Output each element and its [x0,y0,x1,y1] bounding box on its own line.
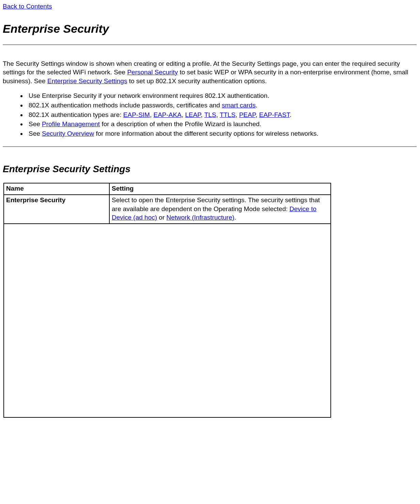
list-item: See Profile Management for a description… [27,120,417,129]
feature-list: Use Enterprise Security if your network … [3,91,417,138]
table-row [4,224,331,417]
intro-paragraph: The Security Settings window is shown wh… [3,59,417,86]
sep: , [216,111,220,118]
eap-aka-link[interactable]: EAP-AKA [154,111,182,118]
setting-name-cell: Enterprise Security [4,195,109,224]
sep: , [235,111,239,118]
divider-top [3,44,417,45]
setting-text: Select to open the Enterprise Security s… [112,196,320,212]
intro-text-3: to set up 802.1X security authentication… [127,77,267,85]
bullet-text: See [29,120,42,128]
leap-link[interactable]: LEAP [185,111,201,118]
eap-sim-link[interactable]: EAP-SIM [123,111,150,118]
settings-table: Name Setting Enterprise Security Select … [3,183,331,418]
setting-text: or [157,214,166,221]
bullet-text: for more information about the different… [94,130,318,137]
column-header-name: Name [4,183,109,195]
sep: , [150,111,154,118]
column-header-setting: Setting [109,183,331,195]
table-row: Enterprise Security Select to open the E… [4,195,331,224]
bullet-text: for a description of when the Profile Wi… [100,120,261,128]
sep: , [182,111,185,118]
smart-cards-link[interactable]: smart cards [222,102,255,109]
setting-text: . [234,214,236,221]
personal-security-link[interactable]: Personal Security [127,69,178,76]
network-infrastructure-link[interactable]: Network (Infrastructure) [167,214,235,221]
section-title: Enterprise Security Settings [3,163,417,176]
bullet-text: Use Enterprise Security if your network … [29,92,269,99]
page-title: Enterprise Security [3,21,417,37]
list-item: 802.1X authentication types are: EAP-SIM… [27,110,417,119]
ttls-link[interactable]: TTLS [220,111,235,118]
empty-cell [4,224,331,417]
bullet-text: . [255,102,257,109]
security-overview-link[interactable]: Security Overview [42,130,94,137]
list-item: 802.1X authentication methods include pa… [27,101,417,110]
bullet-text: 802.1X authentication types are: [29,111,123,118]
table-header-row: Name Setting [4,183,331,195]
bullet-text: 802.1X authentication methods include pa… [29,102,222,109]
bullet-text: See [29,130,42,137]
list-item: Use Enterprise Security if your network … [27,91,417,100]
peap-link[interactable]: PEAP [239,111,255,118]
enterprise-security-settings-link[interactable]: Enterprise Security Settings [47,77,127,85]
back-to-contents-link[interactable]: Back to Contents [3,3,52,10]
setting-value-cell: Select to open the Enterprise Security s… [109,195,331,224]
profile-management-link[interactable]: Profile Management [42,120,100,128]
list-item: See Security Overview for more informati… [27,129,417,138]
divider-bottom [3,146,417,147]
bullet-text: . [290,111,291,118]
eap-fast-link[interactable]: EAP-FAST [259,111,290,118]
tls-link[interactable]: TLS [204,111,216,118]
sep: , [201,111,204,118]
sep: , [255,111,259,118]
